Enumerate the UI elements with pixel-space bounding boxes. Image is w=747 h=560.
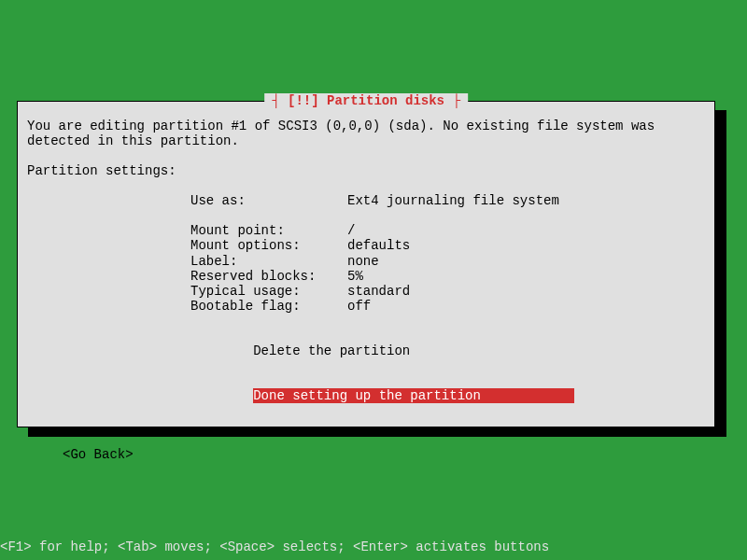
setting-val: 5% xyxy=(347,269,705,284)
delete-partition-action[interactable]: Delete the partition xyxy=(190,329,705,373)
setting-val: defaults xyxy=(347,238,705,253)
setting-val: standard xyxy=(347,284,705,299)
help-bar: <F1> for help; <Tab> moves; <Space> sele… xyxy=(0,539,549,554)
setting-label[interactable]: Label: none xyxy=(190,254,705,269)
setting-val: none xyxy=(347,254,705,269)
go-back-button[interactable]: <Go Back> xyxy=(63,447,705,462)
partition-dialog: ┤ [!!] Partition disks ├ You are editing… xyxy=(17,101,715,427)
setting-typical-usage[interactable]: Typical usage: standard xyxy=(190,284,705,299)
title-mark: [!!] xyxy=(288,93,319,108)
delete-label: Delete the partition xyxy=(253,343,410,358)
settings-heading: Partition settings: xyxy=(27,163,705,178)
setting-val: Ext4 journaling file system xyxy=(347,193,705,208)
setting-key: Label: xyxy=(190,254,347,269)
setting-key: Typical usage: xyxy=(190,284,347,299)
setting-key: Bootable flag: xyxy=(190,299,347,314)
title-text: Partition disks xyxy=(319,93,444,108)
blank-row xyxy=(190,314,705,329)
setting-use-as[interactable]: Use as: Ext4 journaling file system xyxy=(190,193,705,208)
setting-bootable-flag[interactable]: Bootable flag: off xyxy=(190,299,705,314)
dialog-content: You are editing partition #1 of SCSI3 (0… xyxy=(18,102,714,479)
settings-list: Use as: Ext4 journaling file system Moun… xyxy=(190,193,705,418)
blank-row xyxy=(190,208,705,223)
title-suffix: ├ xyxy=(444,93,460,108)
setting-mount-point[interactable]: Mount point: / xyxy=(190,223,705,238)
setting-key: Mount point: xyxy=(190,223,347,238)
setting-reserved-blocks[interactable]: Reserved blocks: 5% xyxy=(190,269,705,284)
setting-key: Use as: xyxy=(190,193,347,208)
setting-val: / xyxy=(347,223,705,238)
done-label: Done setting up the partition xyxy=(253,388,574,403)
intro-text: You are editing partition #1 of SCSI3 (0… xyxy=(27,119,705,148)
setting-key: Reserved blocks: xyxy=(190,269,347,284)
done-partition-action[interactable]: Done setting up the partition xyxy=(190,373,705,418)
dialog-title: ┤ [!!] Partition disks ├ xyxy=(264,93,468,108)
setting-val: off xyxy=(347,299,705,314)
setting-mount-options[interactable]: Mount options: defaults xyxy=(190,238,705,253)
title-prefix: ┤ xyxy=(272,93,288,108)
setting-key: Mount options: xyxy=(190,238,347,253)
